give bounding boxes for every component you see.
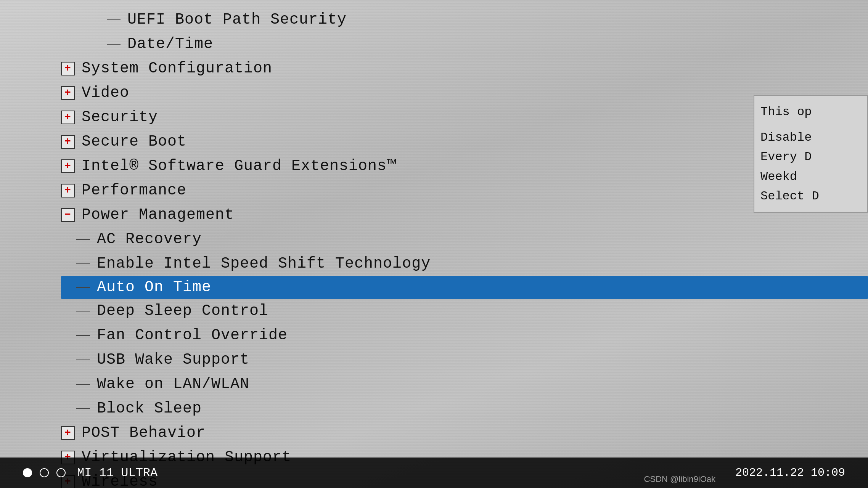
status-left: MI 11 ULTRA [23,466,158,480]
menu-item-usb-wake[interactable]: USB Wake Support [61,348,868,372]
info-line-4: Weekd [760,167,861,186]
menu-item-secure-boot[interactable]: Secure Boot [61,130,868,154]
item-label-performance: Performance [82,181,186,201]
status-bar: MI 11 ULTRA 2022.11.22 10:09 [0,458,868,488]
item-label-security: Security [82,108,158,127]
item-label-ac-recovery: AC Recovery [97,230,202,249]
menu-item-wake-lan[interactable]: Wake on LAN/WLAN [61,372,868,396]
item-label-usb-wake: USB Wake Support [97,350,249,370]
menu-item-performance[interactable]: Performance [61,178,868,203]
dash-icon-intel-speed [76,263,90,264]
expand-icon-performance [61,184,75,197]
info-line-1: This op [760,102,861,122]
dot-3 [56,468,66,477]
expand-icon-video [61,86,75,100]
expand-icon-intel-sgx [61,159,75,173]
dash-icon-fan-control [76,335,90,336]
device-name: MI 11 ULTRA [77,466,158,480]
item-label-auto-on-time: Auto On Time [97,278,211,297]
menu-item-system-config[interactable]: System Configuration [61,56,868,81]
menu-item-power-management[interactable]: Power Management [61,203,868,227]
expand-icon-security [61,111,75,124]
expand-icon-post-behavior [61,426,75,440]
info-panel: This op Disable Every D Weekd Select D [754,95,868,213]
menu-item-block-sleep[interactable]: Block Sleep [61,396,868,421]
watermark: CSDN @libin9iOak [644,474,715,484]
item-label-uefi-boot-path: UEFI Boot Path Security [127,10,347,30]
info-line-2: Disable [760,128,861,147]
item-label-power-management: Power Management [82,205,234,225]
item-label-intel-sgx: Intel® Software Guard Extensions™ [82,156,396,176]
dot-1 [23,468,32,477]
item-label-wake-lan: Wake on LAN/WLAN [97,374,249,394]
menu-item-date-time[interactable]: Date/Time [61,32,868,56]
bios-screen: UEFI Boot Path Security Date/Time System… [0,0,868,488]
menu-list: UEFI Boot Path Security Date/Time System… [61,8,868,488]
dash-icon-uefi [107,19,121,20]
expand-icon-system-config [61,62,75,75]
info-panel-text: This op Disable Every D Weekd Select D [760,102,861,206]
menu-item-post-behavior[interactable]: POST Behavior [61,421,868,445]
dash-icon-deep-sleep [76,311,90,311]
dash-icon-datetime [107,44,121,45]
expand-icon-power-management [61,208,75,222]
item-label-intel-speed-shift: Enable Intel Speed Shift Technology [97,254,431,274]
item-label-post-behavior: POST Behavior [82,423,206,443]
menu-item-fan-control[interactable]: Fan Control Override [61,323,868,348]
item-label-block-sleep: Block Sleep [97,399,202,419]
menu-item-auto-on-time[interactable]: Auto On Time [61,276,868,299]
dash-icon-wake-lan [76,384,90,385]
menu-item-security[interactable]: Security [61,105,868,130]
item-label-fan-control: Fan Control Override [97,326,288,345]
menu-item-video[interactable]: Video [61,81,868,105]
bios-menu-area: UEFI Boot Path Security Date/Time System… [0,0,868,488]
status-datetime: 2022.11.22 10:09 [735,466,845,479]
info-line-3: Every D [760,147,861,167]
dash-icon-block-sleep [76,408,90,409]
dash-icon-usb-wake [76,360,90,360]
dash-icon-ac-recovery [76,239,90,240]
menu-item-intel-sgx[interactable]: Intel® Software Guard Extensions™ [61,154,868,178]
item-label-system-config: System Configuration [82,59,272,79]
item-label-date-time: Date/Time [127,34,213,54]
dot-2 [40,468,49,477]
info-line-5: Select D [760,186,861,206]
item-label-deep-sleep: Deep Sleep Control [97,301,268,321]
menu-item-ac-recovery[interactable]: AC Recovery [61,227,868,252]
expand-icon-secure-boot [61,135,75,149]
menu-item-uefi-boot-path[interactable]: UEFI Boot Path Security [61,8,868,32]
menu-item-deep-sleep[interactable]: Deep Sleep Control [61,299,868,323]
dash-icon-auto-on [76,287,90,288]
item-label-video: Video [82,83,129,103]
item-label-secure-boot: Secure Boot [82,132,186,152]
menu-item-intel-speed-shift[interactable]: Enable Intel Speed Shift Technology [61,252,868,276]
